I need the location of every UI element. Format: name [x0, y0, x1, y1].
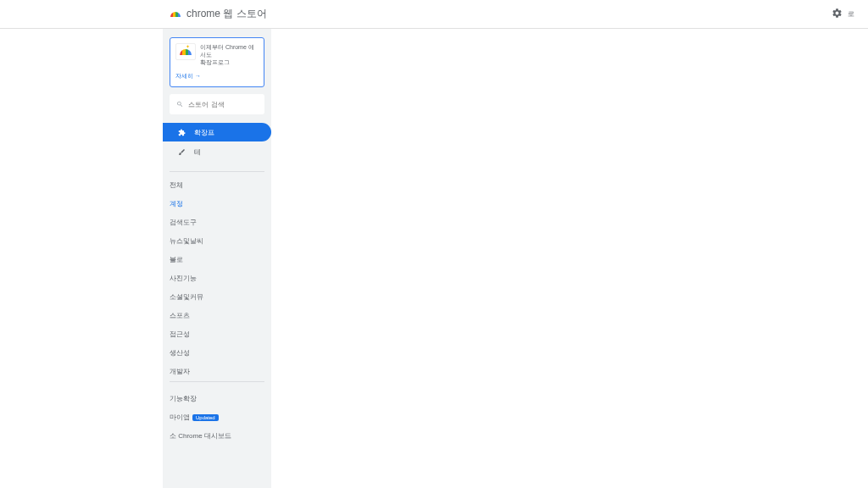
header-right-text[interactable]: 로	[848, 9, 854, 19]
category-item[interactable]: 생산성	[170, 348, 264, 358]
promo-card: ✦ 이제부터 Chrome 에서도 확장프로그 자세히 →	[170, 37, 264, 87]
category-item[interactable]: 접근성	[170, 330, 264, 339]
tab-themes[interactable]: 테	[170, 142, 264, 161]
search-box[interactable]	[170, 94, 264, 114]
category-item[interactable]: 사진기능	[170, 274, 264, 283]
chrome-store-logo	[170, 8, 181, 19]
category-item[interactable]: 스포츠	[170, 311, 264, 320]
bottom-link-features[interactable]: 기능확장	[170, 394, 264, 403]
divider	[170, 171, 264, 172]
divider	[170, 381, 264, 382]
category-list: 전체 계정 검색도구 뉴스및날씨 블로 사진기능 소셜및커뮤 스포츠 접근성 생…	[170, 180, 264, 376]
search-input[interactable]	[188, 101, 258, 108]
promo-rainbow-icon: ✦	[175, 43, 196, 60]
sidebar: ✦ 이제부터 Chrome 에서도 확장프로그 자세히 →	[163, 29, 271, 488]
bottom-link-updated-label: 마이앱	[170, 413, 190, 422]
tab-themes-label: 테	[194, 147, 201, 157]
tab-extensions[interactable]: 확장프	[163, 123, 271, 141]
promo-text: 이제부터 Chrome 에서도 확장프로그	[200, 43, 259, 66]
category-item[interactable]: 계정	[170, 199, 264, 208]
bottom-link-dashboard[interactable]: 소 Chrome 대시보드	[170, 431, 264, 441]
bottom-link-updated[interactable]: 마이앱 Updated	[170, 413, 264, 422]
updated-badge: Updated	[192, 414, 219, 421]
category-item[interactable]: 뉴스및날씨	[170, 236, 264, 246]
page-title: chrome 웹 스토어	[186, 7, 267, 21]
category-item[interactable]: 블로	[170, 255, 264, 264]
gear-icon[interactable]	[832, 7, 843, 22]
puzzle-icon	[178, 129, 186, 136]
main-content	[271, 29, 705, 488]
tab-extensions-label: 확장프	[194, 128, 214, 137]
category-item[interactable]: 소셜및커뮤	[170, 292, 264, 302]
category-item[interactable]: 전체	[170, 180, 264, 190]
brush-icon	[178, 148, 186, 156]
promo-link[interactable]: 자세히 →	[175, 72, 201, 80]
search-icon	[176, 100, 183, 108]
category-item[interactable]: 검색도구	[170, 218, 264, 227]
category-item[interactable]: 개발자	[170, 367, 264, 376]
